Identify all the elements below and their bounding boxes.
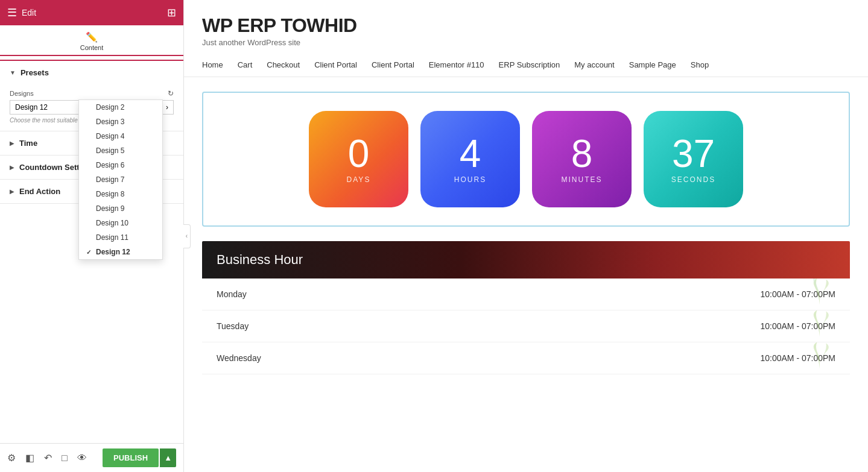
arrow-right-icon3: ▶ [10, 188, 14, 195]
countdown-days-card: 0 DAYS [309, 111, 408, 207]
dropdown-item-design8[interactable]: Design 8 [79, 187, 162, 201]
end-action-title: End Action [19, 187, 60, 196]
countdown-seconds-label: SECONDS [671, 175, 715, 184]
arrow-right-icon: ▶ [10, 140, 14, 146]
nav-my-account[interactable]: My account [574, 60, 614, 69]
nav-erp-subscription[interactable]: ERP Subscription [499, 60, 560, 69]
dropdown-item-design7[interactable]: Design 7 [79, 172, 162, 187]
countdown-hours-label: HOURS [454, 175, 486, 184]
bottom-toolbar: ⚙ ◧ ↶ □ 👁 PUBLISH ▲ [0, 443, 183, 472]
publish-arrow-button[interactable]: ▲ [160, 448, 176, 467]
main-content: WP ERP TOWHID Just another WordPress sit… [184, 0, 868, 472]
designs-label: Designs ↻ [10, 89, 174, 98]
top-bar: ☰ Edit ⊞ [0, 0, 183, 25]
edit-label: Edit [22, 8, 36, 17]
nav-bar: Home Cart Checkout Client Portal Client … [184, 53, 868, 77]
hamburger-icon[interactable]: ☰ [7, 6, 17, 19]
countdown-minutes-value: 8 [571, 134, 593, 173]
site-header: WP ERP TOWHID Just another WordPress sit… [184, 0, 868, 53]
nav-client-portal-1[interactable]: Client Portal [314, 60, 357, 69]
time-title: Time [19, 139, 37, 148]
dropdown-item-design10[interactable]: Design 10 [79, 216, 162, 230]
hours-row-monday: Monday 10:00AM - 07:00PM [202, 278, 850, 310]
refresh-icon[interactable]: ↻ [168, 89, 174, 98]
toolbar-icons: ⚙ ◧ ↶ □ 👁 [7, 452, 87, 464]
preview-icon[interactable]: 👁 [77, 453, 87, 464]
plant-icon-monday [802, 278, 838, 310]
accordion-header-presets[interactable]: ▼ Presets [0, 61, 183, 84]
countdown-seconds-card: 37 SECONDS [644, 111, 743, 207]
dropdown-item-design6[interactable]: Design 6 [79, 158, 162, 172]
publish-button[interactable]: PUBLISH [103, 448, 159, 467]
hours-row-wednesday: Wednesday 10:00AM - 07:00PM [202, 342, 850, 374]
nav-shop[interactable]: Shop [691, 60, 709, 69]
site-subtitle: Just another WordPress site [202, 38, 850, 47]
tab-underline [0, 55, 183, 56]
nav-home[interactable]: Home [202, 60, 223, 69]
countdown-section: 0 DAYS 4 HOURS 8 MINUTES 37 SECONDS [202, 92, 850, 227]
site-title: WP ERP TOWHID [202, 14, 850, 37]
nav-elementor[interactable]: Elementor #110 [429, 60, 484, 69]
business-header: Business Hour [202, 241, 850, 278]
dropdown-item-design2[interactable]: Design 2 [79, 100, 162, 115]
nav-checkout[interactable]: Checkout [267, 60, 300, 69]
countdown-minutes-label: MINUTES [562, 175, 603, 184]
day-monday: Monday [217, 289, 247, 299]
history-icon[interactable]: ↶ [44, 452, 52, 464]
grid-icon[interactable]: ⊞ [167, 6, 176, 19]
responsive-icon[interactable]: □ [62, 453, 68, 464]
countdown-seconds-value: 37 [672, 134, 715, 173]
dropdown-item-design12[interactable]: ✓ Design 12 [79, 245, 162, 259]
countdown-days-label: DAYS [347, 175, 371, 184]
publish-group: PUBLISH ▲ [103, 448, 176, 467]
nav-client-portal-2[interactable]: Client Portal [372, 60, 414, 69]
day-wednesday: Wednesday [217, 353, 261, 363]
collapse-handle[interactable]: ‹ [183, 224, 191, 248]
nav-cart[interactable]: Cart [238, 60, 253, 69]
countdown-hours-card: 4 HOURS [420, 111, 520, 207]
arrow-right-icon2: ▶ [10, 164, 14, 171]
checkmark-icon: ✓ [86, 249, 93, 256]
top-bar-left: ☰ Edit [7, 6, 36, 19]
pencil-icon: ✏️ [86, 31, 98, 43]
plant-icon-tuesday [802, 310, 838, 342]
dropdown-item-design9[interactable]: Design 9 [79, 201, 162, 216]
countdown-minutes-card: 8 MINUTES [532, 111, 632, 207]
left-panel: ☰ Edit ⊞ ✏️ Content ▼ Presets Designs ↻ … [0, 0, 184, 472]
hours-row-tuesday: Tuesday 10:00AM - 07:00PM [202, 310, 850, 342]
layers-icon[interactable]: ◧ [25, 452, 34, 464]
dropdown-item-design5[interactable]: Design 5 [79, 143, 162, 158]
chevron-right-icon: › [166, 103, 168, 112]
business-section: Business Hour Monday 10:00AM - 07:00PM T… [202, 241, 850, 374]
dropdown-item-design11[interactable]: Design 11 [79, 230, 162, 245]
dropdown-item-design3[interactable]: Design 3 [79, 115, 162, 129]
content-tab-label: Content [80, 44, 104, 51]
design-dropdown-popup: Design 2 Design 3 Design 4 Design 5 Desi… [78, 99, 163, 260]
countdown-hours-value: 4 [460, 134, 481, 173]
dropdown-item-design4[interactable]: Design 4 [79, 129, 162, 143]
arrow-down-icon: ▼ [10, 69, 16, 76]
presets-title: Presets [21, 68, 49, 77]
business-title: Business Hour [217, 252, 303, 267]
nav-sample-page[interactable]: Sample Page [629, 60, 676, 69]
plant-icon-wednesday [802, 342, 838, 374]
countdown-days-value: 0 [348, 134, 370, 173]
day-tuesday: Tuesday [217, 321, 249, 331]
settings-icon[interactable]: ⚙ [7, 452, 16, 464]
tab-content[interactable]: ✏️ Content [0, 25, 183, 61]
